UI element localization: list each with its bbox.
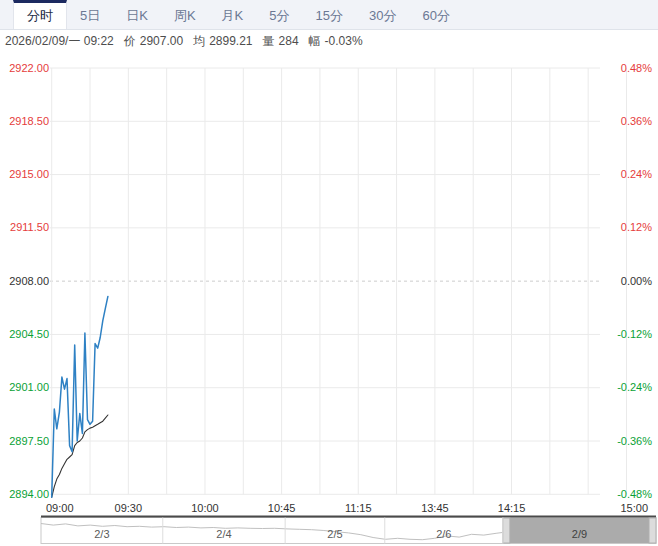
y-axis-label-right: 0.00% <box>621 275 652 287</box>
quote-infobar: 2026/02/09/一 09:22 价2907.00 均2899.21 量28… <box>0 30 658 52</box>
x-axis-label: 13:45 <box>421 502 449 514</box>
average-line <box>52 415 108 497</box>
y-axis-label-left: 2918.50 <box>9 115 49 127</box>
period-tabbar: 分时5日日K周K月K5分15分30分60分 <box>0 0 658 30</box>
x-axis-label: 14:15 <box>498 502 526 514</box>
navigator-date-label: 2/6 <box>436 528 451 540</box>
grid <box>50 68 627 494</box>
price-line <box>52 296 108 497</box>
price-label: 价 <box>124 34 136 48</box>
avg-value: 2899.21 <box>209 34 252 48</box>
y-axis-label-right: 0.12% <box>621 221 652 233</box>
y-axis-label-left: 2908.00 <box>9 275 49 287</box>
period-tab-5[interactable]: 月K <box>209 0 257 29</box>
quote-average: 均2899.21 <box>193 33 252 50</box>
y-axis-label-left: 2911.50 <box>10 221 49 233</box>
y-axis-label-right: -0.12% <box>617 328 652 340</box>
y-axis-label-left: 2904.50 <box>9 328 49 340</box>
y-axis-label-left: 2922.00 <box>9 62 49 74</box>
period-tab-2[interactable]: 5日 <box>67 0 113 29</box>
y-axis-label-left: 2894.00 <box>9 488 49 500</box>
y-axis-label-right: 0.36% <box>621 115 652 127</box>
vol-label: 量 <box>263 34 275 48</box>
period-tab-1[interactable]: 分时 <box>13 0 67 29</box>
quote-datetime: 2026/02/09/一 09:22 <box>5 33 114 50</box>
y-axis-label-right: -0.48% <box>617 488 652 500</box>
x-axis-label: 15:00 <box>620 502 648 514</box>
date-navigator: 2/32/42/52/62/9 <box>41 517 656 544</box>
x-axis-label: 10:45 <box>268 502 296 514</box>
navigator-date-label: 2/5 <box>327 528 342 540</box>
y-axis-label-left: 2915.00 <box>9 168 49 180</box>
futures-chart-window: 分时5日日K周K月K5分15分30分60分 2026/02/09/一 09:22… <box>0 0 658 546</box>
price-value: 2907.00 <box>140 34 183 48</box>
x-axis-label: 11:15 <box>345 502 372 514</box>
quote-price: 价2907.00 <box>124 33 183 50</box>
y-axis-left-labels: 2922.002918.502915.002911.502908.002904.… <box>9 62 49 500</box>
y-axis-label-right: 0.48% <box>621 62 652 74</box>
x-axis-labels: 09:0009:3010:0010:4511:1513:4514:1515:00 <box>46 502 648 514</box>
y-axis-label-right: -0.36% <box>617 435 652 447</box>
period-tab-4[interactable]: 周K <box>161 0 209 29</box>
period-tab-7[interactable]: 15分 <box>302 0 355 29</box>
navigator-date-label: 2/4 <box>216 528 231 540</box>
avg-label: 均 <box>193 34 205 48</box>
chg-label: 幅 <box>309 34 321 48</box>
chg-value: -0.03% <box>325 34 363 48</box>
x-axis-label: 10:00 <box>191 502 219 514</box>
vol-value: 284 <box>279 34 299 48</box>
period-tab-6[interactable]: 5分 <box>256 0 302 29</box>
chart-area: 2922.002918.502915.002911.502908.002904.… <box>0 52 658 546</box>
navigator-date-label: 2/9 <box>572 528 587 540</box>
quote-volume: 量284 <box>263 33 299 50</box>
y-axis-label-right: -0.24% <box>617 381 652 393</box>
period-tab-3[interactable]: 日K <box>113 0 161 29</box>
quote-change: 幅-0.03% <box>309 33 363 50</box>
y-axis-label-left: 2901.00 <box>9 381 49 393</box>
x-axis-label: 09:00 <box>46 502 74 514</box>
y-axis-right-labels: 0.48%0.36%0.24%0.12%0.00%-0.12%-0.24%-0.… <box>617 62 652 500</box>
y-axis-label-left: 2897.50 <box>9 435 49 447</box>
period-tab-9[interactable]: 60分 <box>409 0 462 29</box>
period-tab-8[interactable]: 30分 <box>356 0 409 29</box>
y-axis-label-right: 0.24% <box>621 168 652 180</box>
intraday-chart: 2922.002918.502915.002911.502908.002904.… <box>0 52 658 546</box>
x-axis-label: 09:30 <box>115 502 143 514</box>
navigator-date-label: 2/3 <box>94 528 109 540</box>
